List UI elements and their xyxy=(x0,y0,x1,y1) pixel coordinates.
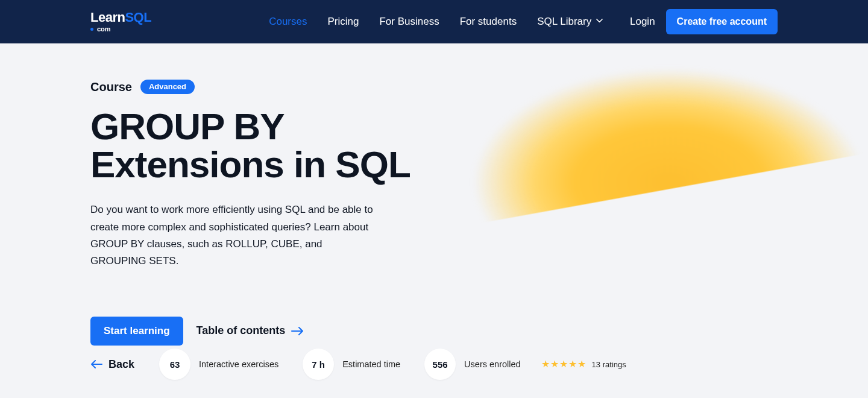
cta-row: Start learning Table of contents xyxy=(90,317,778,346)
nav-for-students[interactable]: For students xyxy=(460,16,517,28)
logo-sub-label: com xyxy=(97,26,111,33)
course-eyebrow: Course Advanced xyxy=(90,80,778,94)
arrow-right-icon xyxy=(291,327,304,335)
nav-for-business-label: For Business xyxy=(379,16,439,27)
star-icon: ★ xyxy=(559,359,568,369)
auth-controls: Login Create free account xyxy=(630,9,778,34)
nav-sql-library-label: SQL Library xyxy=(537,16,591,28)
logo-text-right: SQL xyxy=(125,10,151,25)
create-account-button[interactable]: Create free account xyxy=(666,9,778,34)
logo-text-left: Learn xyxy=(90,10,125,25)
site-header: LearnSQL com Courses Pricing For Busines… xyxy=(0,0,868,43)
course-stats-row: Back 63 Interactive exercises 7 h Estima… xyxy=(90,349,778,380)
primary-nav: Courses Pricing For Business For student… xyxy=(269,16,602,28)
eyebrow-label: Course xyxy=(90,80,132,94)
site-logo[interactable]: LearnSQL com xyxy=(90,11,151,33)
rating-stars: ★ ★ ★ ★ ★ xyxy=(541,359,586,369)
start-learning-button[interactable]: Start learning xyxy=(90,317,183,346)
stat-time-value: 7 h xyxy=(303,349,334,380)
rating-count: 13 ratings xyxy=(592,360,626,369)
star-icon: ★ xyxy=(550,359,559,369)
nav-courses[interactable]: Courses xyxy=(269,16,307,28)
stat-exercises-label: Interactive exercises xyxy=(199,359,278,369)
nav-sql-library[interactable]: SQL Library xyxy=(537,16,602,28)
hero-background-glow xyxy=(398,25,868,339)
stat-time: 7 h Estimated time xyxy=(303,349,400,380)
stat-exercises-value: 63 xyxy=(159,349,190,380)
toc-label: Table of contents xyxy=(197,324,286,337)
chevron-down-icon xyxy=(596,19,602,25)
login-link[interactable]: Login xyxy=(630,16,655,28)
nav-pricing[interactable]: Pricing xyxy=(327,16,359,28)
arrow-left-icon xyxy=(90,360,102,368)
nav-for-students-label: For students xyxy=(460,16,517,27)
course-rating: ★ ★ ★ ★ ★ 13 ratings xyxy=(541,359,626,369)
back-link[interactable]: Back xyxy=(90,358,134,371)
logo-wordmark: LearnSQL xyxy=(90,11,151,24)
star-icon: ★ xyxy=(541,359,550,369)
hero-section: Course Advanced GROUP BY Extensions in S… xyxy=(0,43,868,398)
stat-enrolled-label: Users enrolled xyxy=(464,359,521,369)
table-of-contents-link[interactable]: Table of contents xyxy=(197,324,305,337)
logo-dot-icon xyxy=(90,28,93,31)
stat-enrolled: 556 Users enrolled xyxy=(424,349,521,380)
nav-pricing-label: Pricing xyxy=(327,16,359,27)
stat-time-label: Estimated time xyxy=(342,359,400,369)
nav-for-business[interactable]: For Business xyxy=(379,16,439,28)
logo-subtext: com xyxy=(90,26,151,33)
star-icon: ★ xyxy=(577,359,586,369)
level-badge: Advanced xyxy=(140,80,195,94)
star-icon: ★ xyxy=(568,359,577,369)
stat-enrolled-value: 556 xyxy=(424,349,456,380)
stat-exercises: 63 Interactive exercises xyxy=(159,349,278,380)
nav-courses-label: Courses xyxy=(269,16,307,27)
course-title: GROUP BY Extensions in SQL xyxy=(90,107,464,183)
course-description: Do you want to work more efficiently usi… xyxy=(90,201,380,269)
back-label: Back xyxy=(108,358,134,371)
